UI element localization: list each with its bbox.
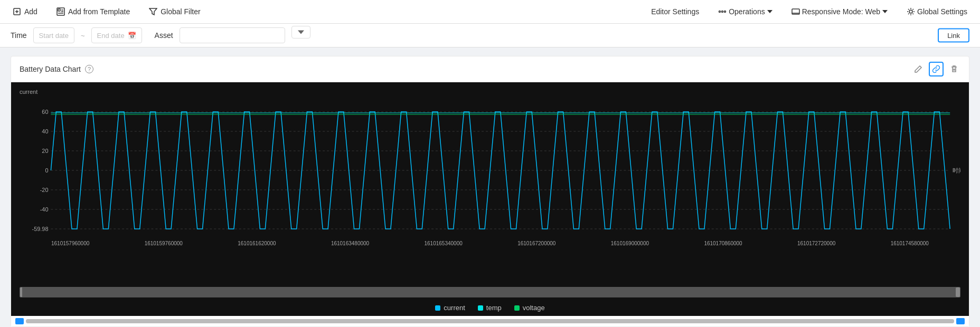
legend-temp: temp xyxy=(478,304,502,312)
widget-title-group: Battery Data Chart ? xyxy=(20,65,93,73)
widget-header: Battery Data Chart ? xyxy=(11,56,969,82)
operations-dropdown-icon xyxy=(767,10,772,13)
add-label: Add xyxy=(24,7,37,16)
legend-current-label: current xyxy=(444,304,465,312)
link-button[interactable]: Link xyxy=(938,28,969,43)
chart-scrollbar-area xyxy=(11,283,969,300)
svg-text:-40: -40 xyxy=(40,206,49,213)
dropdown-arrow[interactable] xyxy=(291,26,310,39)
svg-marker-8 xyxy=(149,8,157,15)
filter-icon xyxy=(149,7,157,16)
global-filter-button[interactable]: Global Filter xyxy=(145,5,204,18)
x-label-9: 1610174580000 xyxy=(891,241,929,246)
svg-text:40: 40 xyxy=(42,128,48,134)
svg-point-10 xyxy=(722,11,723,13)
global-filter-label: Global Filter xyxy=(161,7,200,16)
dropdown-chevron-icon xyxy=(298,30,304,34)
x-label-7: 1610170860000 xyxy=(704,241,742,246)
global-settings-button[interactable]: Global Settings xyxy=(902,5,972,18)
edit-icon xyxy=(914,65,922,73)
filter-bar: Time Start date ~ End date 📅 Asset Link xyxy=(0,24,980,47)
responsive-icon xyxy=(791,7,800,16)
template-icon xyxy=(56,7,65,16)
scroll-handle-right[interactable] xyxy=(956,287,960,297)
add-from-template-button[interactable]: Add from Template xyxy=(52,5,134,18)
time-label: Time xyxy=(11,31,27,40)
responsive-dropdown-icon xyxy=(882,10,888,13)
legend-temp-dot xyxy=(478,305,483,311)
delete-button[interactable] xyxy=(948,63,960,75)
responsive-mode-label: Responsive Mode: Web xyxy=(802,7,880,16)
x-label-3: 1610163480000 xyxy=(331,241,369,246)
settings-icon xyxy=(907,7,915,16)
svg-text:60: 60 xyxy=(42,109,48,115)
x-label-8: 1610172720000 xyxy=(797,241,835,246)
editor-settings-label: Editor Settings xyxy=(651,7,699,16)
svg-text:时间: 时间 xyxy=(953,167,960,174)
scroll-track[interactable] xyxy=(20,287,960,297)
widget-title-text: Battery Data Chart xyxy=(20,65,81,73)
info-icon[interactable]: ? xyxy=(85,65,93,73)
x-label-6: 1610169000000 xyxy=(611,241,649,246)
calendar-icon: 📅 xyxy=(128,32,136,40)
edit-button[interactable] xyxy=(912,63,925,75)
end-date-placeholder: End date xyxy=(97,32,125,40)
link-chain-icon xyxy=(932,65,940,73)
x-label-5: 1610167200000 xyxy=(517,241,555,246)
x-label-0: 1610157960000 xyxy=(51,241,89,246)
asset-label: Asset xyxy=(155,31,173,40)
legend-voltage-label: voltage xyxy=(523,304,545,312)
y-axis-label: current xyxy=(20,89,37,95)
x-label-4: 1610165340000 xyxy=(425,241,463,246)
add-icon xyxy=(13,7,21,16)
svg-text:-20: -20 xyxy=(40,187,49,193)
svg-point-14 xyxy=(909,10,912,13)
battery-chart-widget: Battery Data Chart ? xyxy=(11,56,969,327)
legend-voltage: voltage xyxy=(514,304,545,312)
chart-svg: 60 40 20 0 -20 -40 -59.98 时间 xyxy=(20,101,960,238)
legend-temp-label: temp xyxy=(486,304,502,312)
toolbar-left: Add Add from Template Global Filter xyxy=(8,5,636,18)
editor-settings-button[interactable]: Editor Settings xyxy=(647,5,703,18)
x-label-2: 1610161620000 xyxy=(238,241,276,246)
bottom-scroll-thumb xyxy=(26,319,954,323)
svg-rect-4 xyxy=(58,9,60,11)
operations-icon xyxy=(718,7,727,16)
resize-handle-right[interactable] xyxy=(956,318,965,324)
svg-text:0: 0 xyxy=(45,167,48,174)
legend-voltage-dot xyxy=(514,305,520,311)
toolbar-right: Editor Settings Operations Responsive Mo… xyxy=(647,5,972,18)
start-date-input[interactable]: Start date xyxy=(33,27,74,43)
chart-legend: current temp voltage xyxy=(11,300,969,316)
legend-current-dot xyxy=(435,305,440,311)
scroll-thumb[interactable] xyxy=(20,287,960,297)
add-template-label: Add from Template xyxy=(68,7,130,16)
link-label: Link xyxy=(947,32,960,40)
x-axis: 1610157960000 1610159760000 161016162000… xyxy=(20,238,960,246)
link-chain-button[interactable] xyxy=(929,62,944,76)
x-label-1: 1610159760000 xyxy=(145,241,183,246)
global-settings-label: Global Settings xyxy=(917,7,967,16)
end-date-input[interactable]: End date 📅 xyxy=(91,27,142,43)
legend-current: current xyxy=(435,304,465,312)
widget-area: Battery Data Chart ? xyxy=(0,47,980,327)
delete-icon xyxy=(950,65,958,73)
date-separator: ~ xyxy=(81,32,85,40)
svg-point-11 xyxy=(724,11,726,13)
svg-text:20: 20 xyxy=(42,148,48,154)
add-button[interactable]: Add xyxy=(8,5,42,18)
svg-point-9 xyxy=(719,11,721,13)
svg-text:-59.98: -59.98 xyxy=(32,226,49,232)
widget-actions xyxy=(912,62,960,76)
asset-input[interactable] xyxy=(180,27,285,43)
resize-handle-left[interactable] xyxy=(15,318,24,324)
responsive-mode-button[interactable]: Responsive Mode: Web xyxy=(787,5,892,18)
operations-label: Operations xyxy=(729,7,765,16)
bottom-scroll-track[interactable] xyxy=(26,319,954,323)
chart-container: current 60 40 20 0 -20 -40 -59.98 xyxy=(11,82,969,283)
resize-handles xyxy=(11,316,969,326)
start-date-placeholder: Start date xyxy=(39,32,69,40)
main-toolbar: Add Add from Template Global Filter Edit… xyxy=(0,0,980,24)
operations-button[interactable]: Operations xyxy=(714,5,776,18)
